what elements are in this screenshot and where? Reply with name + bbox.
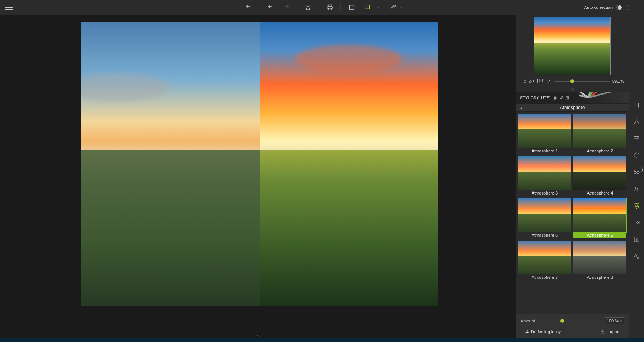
separator (383, 3, 383, 11)
preset-label: Atmosphere 1 (518, 148, 571, 154)
crop-tool[interactable] (631, 99, 642, 110)
top-toolbar: ▾ ▾ Auto correction ⌄ (0, 0, 644, 15)
person-tool[interactable] (631, 234, 642, 245)
import-button[interactable]: Import (600, 329, 619, 334)
preset-thumb[interactable]: Atmosphere 7 (518, 241, 571, 280)
save-icon (305, 4, 312, 11)
zoom-fit-button[interactable]: [1:1] (537, 79, 544, 83)
redo-arrow-icon (283, 4, 290, 11)
navigator-preview[interactable] (534, 17, 611, 75)
spinner-icon[interactable]: ▲▼ (620, 319, 622, 323)
after-half (260, 22, 438, 306)
compare-split-handle[interactable] (260, 22, 260, 306)
sliders-tool[interactable] (631, 133, 642, 144)
zoom-value: 59.1% (612, 79, 624, 83)
preset-thumb[interactable]: Atmosphere 8 (573, 241, 626, 280)
selection-tool[interactable] (631, 149, 642, 161)
collapse-arrow-icon: ◢ (520, 106, 522, 110)
print-icon (327, 4, 334, 11)
reset-icon[interactable]: ↺ (559, 95, 563, 100)
preset-label: Atmosphere 5 (518, 232, 571, 238)
flask-icon (633, 118, 640, 125)
fx-icon: fx (634, 186, 639, 192)
bottom-bar (0, 338, 644, 342)
import-label: Import (608, 329, 619, 334)
separator (260, 3, 260, 11)
preset-category-header[interactable]: ◢ Atmosphere (516, 103, 629, 112)
auto-correction-toggle[interactable] (616, 5, 629, 10)
amount-value-input[interactable]: 100 % ▲▼ (605, 317, 624, 324)
amount-control-row: Amount 100 % ▲▼ (516, 314, 629, 326)
selection-icon (633, 152, 640, 159)
preset-label: Atmosphere 7 (518, 274, 571, 280)
pencils-decor (579, 92, 629, 103)
wall-tool[interactable] (631, 217, 642, 228)
collapse-preview-caret[interactable]: ︿ (516, 86, 629, 91)
right-panel: −⌕ ⌕+ [1:1] ⤢ 59.1% ︿ STYLES (LUTS) ◉ ↺ … (516, 15, 629, 338)
preset-label: Atmosphere 3 (518, 190, 571, 196)
separator (297, 3, 297, 11)
canvas-area: Before After ︿ (0, 15, 516, 338)
eye-icon[interactable]: ◉ (553, 95, 557, 100)
view-single-button[interactable] (345, 1, 359, 13)
grid-icon[interactable]: ⊞ (565, 95, 569, 100)
preset-thumbnails: Atmosphere 1Atmosphere 2Atmosphere 3Atmo… (516, 112, 629, 314)
feeling-lucky-button[interactable]: ⇄ I'm feeling lucky (525, 329, 561, 334)
amount-slider[interactable] (538, 321, 602, 321)
preset-label: Atmosphere 6 (573, 232, 626, 238)
preset-thumb[interactable]: Atmosphere 2 (573, 114, 626, 154)
category-title: Atmosphere (560, 105, 585, 110)
glasses-icon (633, 169, 640, 175)
fx-tool[interactable]: fx (631, 183, 642, 195)
preset-thumb[interactable]: Atmosphere 1 (518, 114, 571, 154)
before-half (81, 22, 260, 306)
view-dropdown-caret[interactable]: ▾ (377, 5, 379, 9)
import-icon (600, 329, 605, 334)
undo-button[interactable] (242, 1, 256, 13)
preset-thumb[interactable]: Atmosphere 4 (573, 156, 626, 196)
flask-tool[interactable] (631, 116, 642, 127)
styles-title: STYLES (LUTS) (520, 95, 551, 100)
preset-label: Atmosphere 4 (573, 190, 626, 196)
preset-thumb[interactable]: Atmosphere 5 (518, 198, 571, 238)
amount-value-text: 100 % (607, 319, 619, 323)
person-icon (633, 236, 640, 243)
styles-panel-header[interactable]: STYLES (LUTS) ◉ ↺ ⊞ (516, 92, 629, 103)
collapse-bottom-caret[interactable]: ︿ (256, 332, 260, 338)
preset-label: Atmosphere 2 (573, 148, 626, 154)
venn-icon (633, 202, 640, 209)
brick-icon (633, 219, 640, 226)
preset-thumb[interactable]: Atmosphere 6 (573, 198, 626, 238)
undo-icon (246, 4, 253, 11)
preset-label: Atmosphere 8 (573, 274, 626, 280)
crop-icon (633, 101, 640, 108)
redo-step-button[interactable] (279, 1, 293, 13)
svg-point-10 (636, 238, 637, 240)
preset-thumb[interactable]: Atmosphere 3 (518, 156, 571, 196)
text-icon: Aa (634, 253, 639, 260)
svg-point-3 (634, 153, 639, 157)
save-button[interactable] (301, 1, 315, 13)
expand-tools-arrow[interactable]: ❯ (641, 167, 644, 172)
single-view-icon (348, 4, 355, 11)
zoom-slider[interactable] (554, 81, 610, 82)
share-button[interactable] (387, 1, 401, 13)
tools-sidebar: fx ❯ Aa (629, 15, 644, 338)
print-button[interactable] (323, 1, 337, 13)
zoom-in-button[interactable]: ⌕+ (529, 78, 535, 84)
undo-step-button[interactable] (264, 1, 278, 13)
text-tool[interactable]: Aa (631, 250, 642, 262)
share-dropdown-caret[interactable]: ▾ (400, 5, 402, 9)
auto-correction-dropdown-caret[interactable]: ⌄ (635, 5, 638, 9)
zoom-controls: −⌕ ⌕+ [1:1] ⤢ 59.1% (516, 77, 629, 86)
sliders-icon (633, 135, 640, 142)
zoom-out-button[interactable]: −⌕ (521, 78, 527, 84)
zoom-expand-button[interactable]: ⤢ (547, 78, 551, 84)
view-split-button[interactable] (360, 1, 374, 13)
image-canvas[interactable]: Before After (81, 22, 438, 306)
split-view-icon (364, 3, 371, 10)
hamburger-menu-button[interactable] (2, 1, 16, 13)
feeling-lucky-label: I'm feeling lucky (531, 329, 561, 334)
amount-label: Amount (521, 319, 535, 323)
styles-tool[interactable] (631, 200, 642, 211)
